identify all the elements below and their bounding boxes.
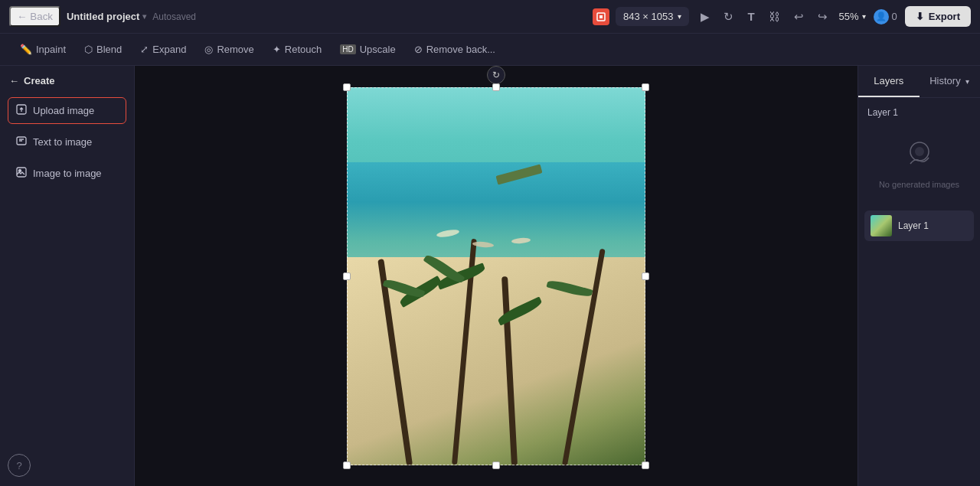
no-images-area: No generated images xyxy=(864,126,974,204)
handle-top-center[interactable] xyxy=(492,83,500,91)
expand-button[interactable]: ⤢ Expand xyxy=(132,40,194,59)
blend-icon: ⬡ xyxy=(84,44,93,55)
project-name[interactable]: Untitled project ▾ xyxy=(67,11,146,22)
canvas-mode-icon xyxy=(593,8,609,25)
upscale-icon: HD xyxy=(340,44,355,54)
inpaint-icon: ✏️ xyxy=(20,44,32,55)
zoom-button[interactable]: 55% ▾ xyxy=(839,11,866,22)
redo-button[interactable]: ↪ xyxy=(812,6,833,28)
tab-layers[interactable]: Layers xyxy=(858,66,920,97)
upload-icon xyxy=(16,104,27,117)
sidebar: ← Create Upload image Text to image Imag… xyxy=(0,66,135,486)
no-images-text: No generated images xyxy=(879,180,959,189)
sidebar-item-upload-image[interactable]: Upload image xyxy=(8,97,126,124)
toolstrip: ✏️ Inpaint ⬡ Blend ⤢ Expand ◎ Remove ✦ R… xyxy=(0,34,980,66)
undo-button[interactable]: ↩ xyxy=(789,6,809,28)
image-to-image-label: Image to image xyxy=(33,168,102,179)
retouch-icon: ✦ xyxy=(273,44,281,55)
topbar-center: 843 × 1053 ▾ ▶ ↻ T ⛓ ↩ ↪ xyxy=(593,6,833,28)
remove-bg-button[interactable]: ⊘ Remove back... xyxy=(407,40,503,59)
chevron-down-icon: ▾ xyxy=(142,12,146,21)
canvas-image[interactable] xyxy=(347,87,645,465)
layer-thumbnail xyxy=(871,215,892,236)
autosaved-status: Autosaved xyxy=(152,11,196,22)
remove-button[interactable]: ◎ Remove xyxy=(197,40,261,59)
export-button[interactable]: ⬇ Export xyxy=(905,6,971,27)
blend-label: Blend xyxy=(96,44,122,55)
main-area: ← Create Upload image Text to image Imag… xyxy=(0,66,980,486)
handle-middle-left[interactable] xyxy=(343,272,351,280)
text-to-image-label: Text to image xyxy=(33,136,92,148)
sidebar-item-text-to-image[interactable]: Text to image xyxy=(8,129,126,155)
rotate-handle[interactable]: ↻ xyxy=(487,66,505,84)
sidebar-bottom: ? xyxy=(8,454,126,477)
collab-count: 0 xyxy=(892,11,897,22)
download-icon: ⬇ xyxy=(916,11,924,22)
svg-rect-4 xyxy=(17,168,26,177)
tab-history[interactable]: History ▾ xyxy=(920,66,981,97)
upload-image-label: Upload image xyxy=(33,105,94,116)
remove-bg-label: Remove back... xyxy=(426,44,495,55)
expand-icon: ⤢ xyxy=(140,44,149,55)
sidebar-header: ← Create xyxy=(8,75,126,86)
blend-button[interactable]: ⬡ Blend xyxy=(77,40,129,59)
chevron-icon: ▾ xyxy=(965,77,969,86)
retouch-label: Retouch xyxy=(285,44,322,55)
handle-bottom-right[interactable] xyxy=(642,462,649,469)
remove-label: Remove xyxy=(217,44,253,55)
handle-middle-right[interactable] xyxy=(642,272,649,280)
help-button[interactable]: ? xyxy=(8,454,31,477)
topbar-right: 55% ▾ 👤 0 ⬇ Export xyxy=(839,6,971,27)
right-panel-tabs: Layers History ▾ xyxy=(858,66,980,98)
layers-tab-label: Layers xyxy=(874,75,903,86)
right-panel: Layers History ▾ Layer 1 No generated im… xyxy=(858,66,980,486)
canvas-wrapper: ↻ xyxy=(347,87,645,465)
remove-bg-icon: ⊘ xyxy=(414,44,423,55)
canvas-size-label: 843 × 1053 xyxy=(623,11,673,22)
handle-bottom-center[interactable] xyxy=(492,462,500,469)
inpaint-button[interactable]: ✏️ Inpaint xyxy=(12,40,74,59)
back-label: Back xyxy=(30,11,53,22)
chevron-down-icon: ▾ xyxy=(862,12,866,21)
zoom-level: 55% xyxy=(839,11,859,22)
remove-icon: ◎ xyxy=(204,44,213,55)
layers-content: Layer 1 No generated images Layer 1 xyxy=(858,98,980,486)
svg-rect-1 xyxy=(599,15,603,18)
layer-item-name: Layer 1 xyxy=(898,220,929,231)
collab-icon: 👤 xyxy=(874,9,889,24)
image-to-image-icon xyxy=(16,167,27,180)
collab-button[interactable]: 👤 0 xyxy=(874,9,897,24)
upscale-label: Upscale xyxy=(360,44,396,55)
svg-point-7 xyxy=(915,147,924,156)
expand-label: Expand xyxy=(152,44,186,55)
chevron-down-icon: ▾ xyxy=(678,12,681,21)
link-button[interactable]: ⛓ xyxy=(763,6,786,27)
sidebar-item-image-to-image[interactable]: Image to image xyxy=(8,160,126,187)
topbar: ← Back Untitled project ▾ Autosaved 843 … xyxy=(0,0,980,34)
handle-top-left[interactable] xyxy=(343,83,351,91)
toolbar-icons: ▶ ↻ T ⛓ ↩ ↪ xyxy=(695,6,832,28)
canvas-area[interactable]: ↻ xyxy=(135,66,858,486)
layer-item-1[interactable]: Layer 1 xyxy=(864,210,974,241)
canvas-size-button[interactable]: 843 × 1053 ▾ xyxy=(616,7,689,26)
text-to-image-icon xyxy=(16,135,27,148)
create-label: Create xyxy=(24,75,54,86)
run-button[interactable]: ▶ xyxy=(695,6,715,28)
layer-1-label: Layer 1 xyxy=(864,106,974,119)
history-tab-label: History xyxy=(929,75,960,86)
inpaint-label: Inpaint xyxy=(36,44,66,55)
handle-bottom-left[interactable] xyxy=(343,462,351,469)
create-arrow-icon: ← xyxy=(9,75,19,86)
svg-point-5 xyxy=(19,170,21,172)
back-button[interactable]: ← Back xyxy=(9,6,60,27)
handle-top-right[interactable] xyxy=(642,83,649,91)
retouch-button[interactable]: ✦ Retouch xyxy=(265,40,329,59)
export-label: Export xyxy=(929,11,960,22)
text-button[interactable]: T xyxy=(742,6,760,27)
back-arrow-icon: ← xyxy=(17,11,27,22)
topbar-left: ← Back Untitled project ▾ Autosaved xyxy=(9,6,586,27)
upscale-button[interactable]: HD Upscale xyxy=(332,40,403,59)
no-images-icon xyxy=(904,141,935,174)
rotate-button[interactable]: ↻ xyxy=(718,6,739,28)
